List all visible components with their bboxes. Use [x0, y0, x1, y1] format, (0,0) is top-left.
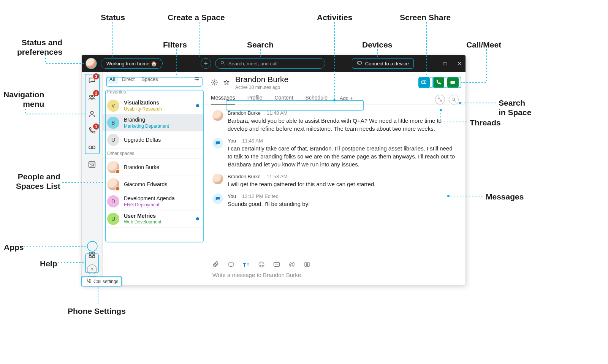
svg-rect-14 — [93, 256, 95, 258]
svg-point-27 — [260, 264, 261, 264]
star-icon[interactable] — [223, 79, 230, 86]
filter-spaces[interactable]: Spaces — [138, 75, 161, 84]
space-avatar — [107, 161, 119, 173]
screen-share-button[interactable] — [418, 77, 430, 88]
label-devices: Devices — [362, 40, 392, 49]
threads-button[interactable] — [435, 95, 445, 104]
capture-icon[interactable] — [228, 261, 234, 268]
tab-content[interactable]: Content — [275, 95, 293, 104]
emoji-icon[interactable] — [258, 261, 265, 268]
global-search[interactable]: Search, meet, and call — [215, 58, 325, 69]
message-avatar — [212, 138, 223, 149]
nav-calendar[interactable]: 14 — [86, 158, 98, 170]
message-time: 11:58 AM — [267, 174, 288, 179]
message-author: Brandon Burke — [228, 174, 261, 179]
message-row: Brandon Burke11:58 AMI will get the team… — [212, 174, 457, 188]
label-nav-menu: Navigationmenu — [3, 90, 44, 109]
label-apps: Apps — [4, 242, 24, 252]
app-window: Working from home 🏠 + Search, meet, and … — [82, 55, 466, 285]
message-time: 11:49 AM — [242, 138, 263, 144]
svg-text:GIF: GIF — [275, 263, 279, 266]
tab-messages[interactable]: Messages — [211, 95, 235, 104]
format-icon[interactable]: TT — [243, 261, 250, 268]
label-status: Status — [101, 13, 125, 22]
tab-profile[interactable]: Profile — [247, 95, 263, 104]
label-people-list: People andSpaces List — [16, 172, 60, 191]
search-in-space-button[interactable] — [449, 95, 459, 104]
nav-apps[interactable] — [86, 249, 98, 261]
question-icon: ? — [91, 267, 93, 272]
space-row[interactable]: UUpgrade Deltas — [103, 131, 204, 149]
create-space-button[interactable]: + — [201, 58, 211, 69]
mention-icon[interactable]: @ — [288, 261, 295, 268]
video-call-button[interactable] — [447, 77, 459, 88]
attach-icon[interactable] — [212, 261, 219, 268]
avatar-me[interactable] — [86, 58, 97, 69]
nav-teams-badge: 2 — [93, 90, 99, 96]
filters-row: All Direct Spaces — [103, 72, 204, 87]
filter-all[interactable]: All — [106, 75, 118, 84]
message-time: 12:12 PM Edited — [242, 193, 279, 199]
label-help: Help — [40, 259, 57, 268]
nav-calls[interactable]: 1 — [86, 125, 98, 136]
space-avatar: D — [107, 195, 119, 207]
space-avatar: U — [107, 213, 119, 225]
titlebar: Working from home 🏠 + Search, meet, and … — [82, 55, 466, 72]
svg-rect-11 — [89, 252, 92, 255]
space-row[interactable]: BBrandingMarketing Department — [103, 114, 204, 131]
status-text: Working from home 🏠 — [106, 61, 157, 66]
cast-icon — [357, 60, 362, 67]
section-other: Other spaces — [103, 149, 204, 159]
status-pill[interactable]: Working from home 🏠 — [101, 58, 163, 69]
svg-point-5 — [90, 111, 93, 114]
svg-line-1 — [223, 63, 225, 65]
connect-device-button[interactable]: Connect to a device — [352, 58, 414, 69]
nav-chat-badge: 3 — [93, 73, 99, 79]
nav-contacts[interactable] — [86, 108, 98, 120]
space-title: Upgrade Deltas — [124, 137, 161, 143]
svg-point-23 — [452, 98, 454, 100]
space-title: Visualizations — [124, 100, 162, 106]
maximize-button[interactable]: □ — [443, 61, 447, 66]
svg-line-24 — [454, 100, 456, 101]
svg-point-6 — [89, 146, 92, 149]
filter-settings-icon[interactable] — [194, 76, 200, 83]
nav-voicemail[interactable] — [86, 142, 98, 153]
minimize-button[interactable]: – — [428, 61, 433, 66]
svg-rect-12 — [93, 252, 95, 255]
nav-chat[interactable]: 3 — [86, 75, 98, 86]
call-settings-button[interactable]: Call settings — [82, 277, 122, 286]
label-search-space: Searchin Space — [499, 98, 531, 117]
audio-call-button[interactable] — [433, 77, 444, 88]
space-title: Branding — [124, 117, 169, 123]
filter-direct[interactable]: Direct — [119, 75, 138, 84]
close-button[interactable]: ✕ — [457, 61, 462, 66]
message-row: Brandon Burke11:48 AMBarbara, would you … — [212, 110, 457, 133]
message-avatar — [212, 193, 223, 204]
space-row[interactable]: DDevelopment AgendaENG Deployment — [103, 193, 204, 210]
space-row[interactable]: Brandon Burke — [103, 159, 204, 176]
space-row[interactable]: VVisualizationsUsability Research — [103, 97, 204, 114]
conversation-panel: Brandon Burke Active 10 minutes ago — [204, 72, 466, 285]
section-favorites: Favorites — [103, 87, 204, 97]
people-icon[interactable] — [304, 261, 310, 268]
composer-input[interactable]: Write a message to Brandon Burke — [212, 272, 457, 278]
conversation-subtitle: Active 10 minutes ago — [235, 85, 288, 90]
space-subtitle: Marketing Department — [124, 123, 169, 129]
space-row[interactable]: UUser MetricsWeb Development — [103, 210, 204, 228]
label-phone-settings: Phone Settings — [68, 306, 126, 316]
message-text: I will get the team gathered for this an… — [228, 180, 456, 188]
space-row[interactable]: Giacomo Edwards — [103, 176, 204, 193]
tab-schedule[interactable]: Schedule — [306, 95, 328, 104]
message-text: Sounds good, I'll be standing by! — [228, 200, 456, 208]
nav-teams[interactable]: 2 — [86, 92, 98, 103]
label-create-space: Create a Space — [168, 13, 225, 22]
message-author: You — [228, 138, 236, 144]
gif-icon[interactable]: GIF — [273, 261, 280, 268]
gear-icon[interactable] — [211, 79, 218, 86]
space-subtitle: Usability Research — [124, 106, 162, 112]
tab-add[interactable]: Add + — [340, 95, 353, 104]
svg-point-28 — [262, 264, 263, 264]
svg-point-3 — [90, 95, 92, 98]
message-avatar — [212, 110, 223, 121]
